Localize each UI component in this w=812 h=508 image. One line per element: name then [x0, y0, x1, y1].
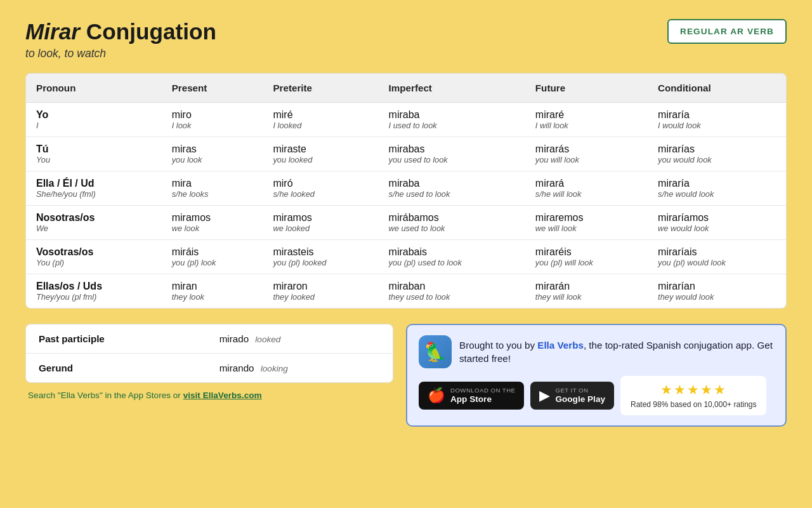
present-translation: you (pl) look — [172, 258, 253, 267]
future-word: miraré — [535, 109, 638, 121]
conditional-word: miraría — [658, 178, 776, 189]
table-header: Pronoun Present Preterite Imperfect Futu… — [26, 74, 786, 103]
app-store-button[interactable]: 🍎 Download on the App Store — [419, 382, 524, 410]
future-translation: s/he will look — [535, 189, 638, 199]
promo-text: Brought to you by Ella Verbs, the top-ra… — [459, 338, 774, 366]
future-word: mirarás — [535, 144, 638, 155]
preterite-translation: s/he looked — [273, 189, 368, 199]
pronoun-main: Ella / Él / Ud — [36, 178, 152, 189]
present-cell: miramos we look — [162, 206, 263, 240]
title-rest: Conjugation — [80, 19, 216, 44]
conditional-word: mirarías — [658, 144, 776, 155]
preterite-word: mirasteis — [273, 246, 368, 258]
present-cell: miras you look — [162, 137, 263, 171]
gerund-row: Gerund mirando looking — [26, 354, 393, 383]
app-store-label: Download on the App Store — [450, 387, 515, 404]
app-store-name: App Store — [450, 394, 515, 404]
table-row: Tú You miras you look miraste you looked… — [26, 137, 786, 171]
conditional-word: miraría — [658, 109, 776, 121]
star-rating: ★★★★★ — [660, 382, 727, 398]
pronoun-sub: We — [36, 224, 152, 233]
pronoun-main: Tú — [36, 144, 152, 155]
future-translation: you will look — [535, 155, 638, 164]
page-title: Mirar Conjugation — [25, 19, 216, 44]
ella-verbs-link[interactable]: visit EllaVerbs.com — [183, 391, 262, 400]
conditional-cell: miraríamos we would look — [648, 206, 786, 240]
preterite-word: miraron — [273, 281, 368, 292]
present-cell: miráis you (pl) look — [162, 240, 263, 274]
promo-bottom: 🍎 Download on the App Store ▶ GET IT ON … — [419, 376, 774, 415]
future-word: miraréis — [535, 246, 638, 258]
conditional-cell: miraríais you (pl) would look — [648, 240, 786, 274]
present-translation: they look — [172, 292, 253, 302]
imperfect-word: mirabas — [389, 144, 515, 155]
preterite-translation: you looked — [273, 155, 368, 164]
imperfect-translation: I used to look — [389, 121, 515, 130]
imperfect-translation: they used to look — [389, 292, 515, 302]
search-label: Search "Ella Verbs" in the App Stores or — [28, 391, 181, 400]
title-block: Mirar Conjugation to look, to watch — [25, 19, 216, 60]
imperfect-cell: miraban they used to look — [379, 274, 525, 309]
past-participle-row: Past participle mirado looked — [26, 324, 393, 354]
pronoun-main: Ellas/os / Uds — [36, 281, 152, 292]
imperfect-word: miraban — [389, 281, 515, 292]
preterite-word: miró — [273, 178, 368, 189]
present-word: miramos — [172, 212, 253, 224]
google-play-button[interactable]: ▶ GET IT ON Google Play — [530, 382, 614, 410]
table-row: Nosotras/os We miramos we look miramos w… — [26, 206, 786, 240]
preterite-word: miramos — [273, 212, 368, 224]
present-word: miras — [172, 144, 253, 155]
preterite-translation: they looked — [273, 292, 368, 302]
app-store-sublabel: Download on the — [450, 387, 515, 394]
col-pronoun: Pronoun — [26, 74, 162, 103]
preterite-word: miraste — [273, 144, 368, 155]
conditional-word: miraríamos — [658, 212, 776, 224]
future-translation: I will look — [535, 121, 638, 130]
past-participle-value: mirado looked — [207, 324, 393, 354]
present-word: miran — [172, 281, 253, 292]
conditional-translation: they would look — [658, 292, 776, 302]
table-row: Ellas/os / Uds They/you (pl fml) miran t… — [26, 274, 786, 309]
present-word: miro — [172, 109, 253, 121]
col-present: Present — [162, 74, 263, 103]
google-play-icon: ▶ — [539, 387, 550, 404]
pronoun-cell: Ella / Él / Ud She/he/you (fml) — [26, 171, 162, 206]
table-body: Yo I miro I look miré I looked miraba I … — [26, 103, 786, 309]
gerund-value: mirando looking — [207, 354, 393, 383]
app-icon: 🦜 — [419, 335, 452, 368]
future-cell: mirará s/he will look — [525, 171, 648, 206]
imperfect-cell: miraba s/he used to look — [379, 171, 525, 206]
future-translation: they will look — [535, 292, 638, 302]
participle-table: Past participle mirado looked Gerund mir… — [26, 324, 393, 382]
present-word: mira — [172, 178, 253, 189]
imperfect-cell: mirabas you used to look — [379, 137, 525, 171]
imperfect-translation: you (pl) used to look — [389, 258, 515, 267]
google-play-name: Google Play — [555, 394, 605, 404]
promo-text-before: Brought to you by — [459, 340, 537, 351]
present-cell: miro I look — [162, 103, 263, 137]
pronoun-sub: She/he/you (fml) — [36, 189, 152, 199]
preterite-cell: miré I looked — [263, 103, 378, 137]
gerund-translation: looking — [261, 364, 288, 373]
preterite-cell: miró s/he looked — [263, 171, 378, 206]
table-row: Vosotras/os You (pl) miráis you (pl) loo… — [26, 240, 786, 274]
page-header: Mirar Conjugation to look, to watch REGU… — [25, 19, 787, 60]
conditional-cell: mirarían they would look — [648, 274, 786, 309]
present-cell: miran they look — [162, 274, 263, 309]
conditional-word: mirarían — [658, 281, 776, 292]
google-play-sublabel: GET IT ON — [555, 387, 605, 394]
google-play-label: GET IT ON Google Play — [555, 387, 605, 404]
imperfect-word: mirabais — [389, 246, 515, 258]
conditional-cell: miraría s/he would look — [648, 171, 786, 206]
bottom-section: Past participle mirado looked Gerund mir… — [25, 324, 787, 427]
ella-verbs-promo-link[interactable]: Ella Verbs — [537, 340, 584, 351]
preterite-translation: we looked — [273, 224, 368, 233]
present-translation: you look — [172, 155, 253, 164]
ratings-text: Rated 98% based on 10,000+ ratings — [631, 400, 756, 409]
conditional-cell: miraría I would look — [648, 103, 786, 137]
pronoun-cell: Vosotras/os You (pl) — [26, 240, 162, 274]
conditional-translation: you would look — [658, 155, 776, 164]
conditional-translation: I would look — [658, 121, 776, 130]
preterite-translation: you (pl) looked — [273, 258, 368, 267]
header-row: Pronoun Present Preterite Imperfect Futu… — [26, 74, 786, 103]
